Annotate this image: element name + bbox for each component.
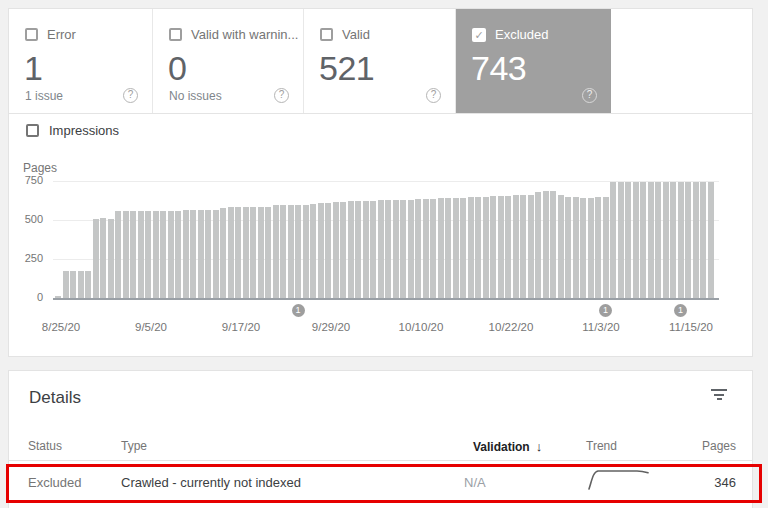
card-error[interactable]: Error 1 1 issue ? xyxy=(9,9,153,113)
table-row-excluded-crawled[interactable]: Excluded Crawled - currently not indexed… xyxy=(9,462,752,504)
chart-bar xyxy=(348,201,354,298)
help-icon[interactable]: ? xyxy=(582,88,597,103)
help-icon[interactable]: ? xyxy=(274,88,289,103)
row-type-cell: Crawled - currently not indexed xyxy=(121,475,301,490)
chart-bar xyxy=(543,191,549,298)
chart-bar xyxy=(408,200,414,298)
filter-icon[interactable] xyxy=(710,389,728,403)
chart-bar xyxy=(378,200,384,298)
chart-bar xyxy=(78,271,84,298)
chart-bar xyxy=(460,198,466,298)
validation-header-label: Validation xyxy=(473,440,530,454)
chart-bar xyxy=(603,197,609,298)
row-status-cell: Excluded xyxy=(28,475,81,490)
chart-bar xyxy=(70,271,76,298)
chart-bar xyxy=(483,197,489,298)
status-cards-row: Error 1 1 issue ? Valid with warnin... 0… xyxy=(9,9,752,114)
sort-descending-icon: ↓ xyxy=(536,439,543,454)
chart-bar xyxy=(498,196,504,298)
chart-annotation-marker[interactable]: 1 xyxy=(599,304,612,317)
chart-bar xyxy=(198,210,204,298)
chart-bar xyxy=(430,199,436,298)
chart-bar xyxy=(363,201,369,298)
chart-bar xyxy=(265,207,271,298)
valid-checkbox[interactable] xyxy=(320,28,333,41)
help-icon[interactable]: ? xyxy=(426,88,441,103)
chart-bar xyxy=(205,210,211,298)
column-header-validation[interactable]: Validation↓ xyxy=(473,439,542,454)
chart-bar xyxy=(520,195,526,298)
chart-bar xyxy=(633,182,639,298)
column-header-type[interactable]: Type xyxy=(121,439,147,453)
chart-bar xyxy=(288,205,294,298)
chart-bar xyxy=(273,205,279,298)
card-valid-with-warnings-subtext: No issues xyxy=(169,89,222,103)
card-excluded-value: 743 xyxy=(471,49,526,88)
chart-bar xyxy=(445,198,451,298)
chart-bar xyxy=(370,201,376,299)
y-axis-title: Pages xyxy=(23,161,57,175)
chart-bar xyxy=(243,207,249,298)
chart-bar xyxy=(565,197,571,298)
y-axis-tick-label: 0 xyxy=(9,291,43,303)
x-axis-tick-label: 10/10/20 xyxy=(386,321,456,333)
y-axis-tick-label: 250 xyxy=(9,252,43,264)
chart-annotation-marker[interactable]: 1 xyxy=(674,304,687,317)
x-axis-line xyxy=(53,298,719,300)
chart-bar xyxy=(610,182,616,298)
chart-bar xyxy=(93,219,99,298)
chart-bar xyxy=(693,182,699,298)
card-error-value: 1 xyxy=(24,49,42,88)
chart-bar xyxy=(700,182,706,298)
chart-bar xyxy=(558,195,564,298)
chart-bar xyxy=(513,195,519,298)
excluded-checkbox-checked[interactable]: ✓ xyxy=(472,28,486,42)
impressions-label: Impressions xyxy=(49,123,119,138)
chart-bar xyxy=(468,197,474,298)
error-checkbox[interactable] xyxy=(25,28,38,41)
card-excluded[interactable]: ✓ Excluded 743 ? xyxy=(456,9,611,113)
card-valid[interactable]: Valid 521 ? xyxy=(304,9,456,113)
trend-sparkline xyxy=(587,467,653,496)
chart-bar xyxy=(400,200,406,298)
chart-bar xyxy=(475,197,481,298)
chart-bar xyxy=(168,211,174,298)
valid-with-warnings-checkbox[interactable] xyxy=(169,28,182,41)
card-valid-label: Valid xyxy=(342,27,370,42)
chart-bar xyxy=(588,198,594,298)
card-valid-with-warnings-value: 0 xyxy=(168,49,186,88)
x-axis-tick-label: 9/5/20 xyxy=(116,321,186,333)
chart-bar xyxy=(625,182,631,298)
chart-bar xyxy=(333,202,339,298)
chart-bar xyxy=(640,182,646,298)
chart-bar xyxy=(663,182,669,298)
card-error-subtext: 1 issue xyxy=(25,89,63,103)
help-icon[interactable]: ? xyxy=(123,88,138,103)
impressions-checkbox[interactable] xyxy=(26,124,39,137)
chart-bar xyxy=(528,195,534,298)
chart-bar xyxy=(385,200,391,298)
column-header-status[interactable]: Status xyxy=(28,439,62,453)
chart-bar xyxy=(438,198,444,298)
chart-bar xyxy=(55,296,61,298)
chart-bar xyxy=(505,196,511,298)
chart-bar xyxy=(63,271,69,298)
chart-bar xyxy=(670,182,676,298)
x-axis-tick-label: 9/17/20 xyxy=(206,321,276,333)
column-header-trend[interactable]: Trend xyxy=(586,439,617,453)
chart-annotation-marker[interactable]: 1 xyxy=(292,304,305,317)
card-valid-with-warnings[interactable]: Valid with warnin... 0 No issues ? xyxy=(153,9,304,113)
chart-bar xyxy=(130,211,136,298)
chart-bar xyxy=(393,200,399,298)
impressions-toggle[interactable]: Impressions xyxy=(26,123,119,138)
chart-bar xyxy=(153,211,159,298)
chart-bar xyxy=(415,199,421,298)
row-validation-cell: N/A xyxy=(464,475,486,490)
y-axis-tick-label: 500 xyxy=(9,213,43,225)
chart-bar xyxy=(340,202,346,298)
chart-bar xyxy=(685,182,691,298)
chart-bar xyxy=(573,197,579,298)
column-header-pages[interactable]: Pages xyxy=(656,439,736,453)
details-panel: Details Status Type Validation↓ Trend Pa… xyxy=(8,370,753,508)
chart-bar xyxy=(190,210,196,298)
